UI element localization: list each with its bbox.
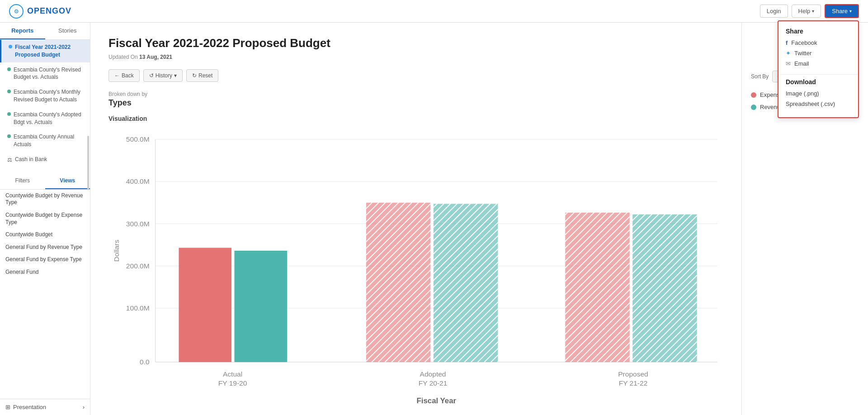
download-title: Download (786, 78, 851, 86)
bar-actual-revenues[interactable] (234, 251, 287, 362)
view-item-countywide-budget[interactable]: Countywide Budget (0, 229, 90, 241)
svg-text:Adopted: Adopted (420, 370, 446, 378)
reset-icon: ↻ (192, 72, 197, 79)
sidebar-item-adopted[interactable]: Escambia County's Adopted Bdgt vs. Actua… (0, 107, 90, 130)
sidebar-item-annual[interactable]: Escambia County Annual Actuals (0, 129, 90, 152)
svg-text:FY 21-22: FY 21-22 (619, 379, 648, 387)
history-icon: ↺ (149, 72, 154, 79)
svg-text:200.0M: 200.0M (126, 262, 150, 270)
back-icon: ← (114, 72, 120, 79)
login-button[interactable]: Login (760, 5, 788, 18)
visualization-label: Visualization (108, 115, 723, 122)
view-item-general-fund-expense[interactable]: General Fund by Expense Type (0, 253, 90, 266)
svg-text:300.0M: 300.0M (126, 220, 150, 228)
twitter-icon: ✦ (786, 50, 791, 57)
svg-text:Proposed: Proposed (618, 370, 648, 378)
reset-button[interactable]: ↻ Reset (186, 69, 218, 82)
help-chevron-icon: ▾ (812, 9, 814, 14)
sidebar-dot-icon (7, 67, 11, 71)
presentation-button[interactable]: ⊞ Presentation › (0, 399, 90, 415)
sidebar-nav-tabs: Reports Stories (0, 23, 90, 40)
bar-proposed-revenues[interactable] (632, 215, 697, 362)
sidebar-scrollbar (87, 136, 89, 190)
spreadsheet-download-item[interactable]: Spreadsheet (.csv) (786, 99, 851, 109)
sidebar-tab-reports[interactable]: Reports (0, 23, 45, 39)
sidebar-dot-icon (7, 90, 11, 93)
views-tab[interactable]: Views (45, 173, 90, 189)
share-button[interactable]: Share ▾ (825, 4, 859, 18)
email-icon: ✉ (786, 60, 791, 67)
filter-views-tabs: Filters Views (0, 173, 90, 190)
updated-text: Updated On 13 Aug, 2021 (108, 54, 723, 60)
svg-text:400.0M: 400.0M (126, 177, 150, 185)
sort-by-label: Sort By (751, 73, 769, 80)
svg-text:Actual: Actual (223, 370, 242, 378)
chart-svg: 500.0M 400.0M 300.0M 200.0M 100.0M 0.0 D… (108, 128, 723, 409)
sidebar-dot-icon (7, 134, 11, 138)
svg-text:Fiscal Year: Fiscal Year (417, 396, 457, 405)
share-dropdown: Share f Facebook ✦ Twitter ✉ Email Downl… (778, 20, 859, 118)
sidebar-item-revised[interactable]: Escambia County's Revised Budget vs. Act… (0, 62, 90, 85)
history-button[interactable]: ↺ History ▾ (143, 69, 183, 82)
chart-svg-wrapper: 500.0M 400.0M 300.0M 200.0M 100.0M 0.0 D… (108, 128, 723, 411)
svg-text:500.0M: 500.0M (126, 135, 150, 143)
revenues-legend-dot (751, 105, 756, 110)
broken-down-label: Broken down by (108, 91, 723, 97)
scales-icon: ⚖ (7, 156, 12, 164)
main-area: Reports Stories Fiscal Year 2021-2022 Pr… (0, 23, 868, 415)
sidebar-item-monthly[interactable]: Escambia County's Monthly Revised Budget… (0, 85, 90, 107)
sidebar-item-cash[interactable]: ⚖ Cash in Bank (0, 152, 90, 167)
sidebar-dot-icon (7, 112, 11, 116)
top-nav: Login Help ▾ Share ▾ (760, 4, 859, 18)
presentation-icon: ⊞ (5, 404, 10, 410)
logo-icon: ⊙ (9, 4, 24, 19)
download-section: Download Image (.png) Spreadsheet (.csv) (778, 76, 858, 113)
history-chevron-icon: ▾ (174, 72, 177, 79)
chart-area: 500.0M 400.0M 300.0M 200.0M 100.0M 0.0 D… (108, 128, 723, 411)
sidebar: Reports Stories Fiscal Year 2021-2022 Pr… (0, 23, 90, 415)
svg-text:FY 20-21: FY 20-21 (419, 379, 448, 387)
image-download-item[interactable]: Image (.png) (786, 88, 851, 99)
sidebar-tab-stories[interactable]: Stories (45, 23, 90, 39)
sidebar-dot-icon (9, 45, 12, 48)
bar-proposed-expenses[interactable] (565, 213, 629, 362)
expenses-legend-dot (751, 92, 756, 98)
main-content: Fiscal Year 2021-2022 Proposed Budget Up… (90, 23, 741, 415)
help-button[interactable]: Help ▾ (792, 5, 821, 18)
bar-actual-expenses[interactable] (179, 248, 231, 363)
divider (778, 74, 858, 75)
back-button[interactable]: ← Back (108, 69, 140, 82)
toolbar: ← Back ↺ History ▾ ↻ Reset (108, 69, 723, 82)
share-chevron-icon: ▾ (849, 9, 852, 14)
presentation-arrow-icon: › (83, 404, 85, 410)
bar-adopted-expenses[interactable] (366, 203, 430, 362)
bar-adopted-revenues[interactable] (434, 204, 498, 362)
app-container: ⊙ OPENGOV Login Help ▾ Share ▾ Share f F… (0, 0, 868, 415)
breakdown-type: Types (108, 98, 723, 108)
logo: ⊙ OPENGOV (9, 4, 71, 19)
sidebar-item-fy2021[interactable]: Fiscal Year 2021-2022 Proposed Budget (0, 40, 90, 62)
svg-text:0.0: 0.0 (140, 358, 150, 366)
share-section: Share f Facebook ✦ Twitter ✉ Email (778, 26, 858, 72)
share-dropdown-title: Share (786, 28, 851, 35)
filters-tab[interactable]: Filters (0, 173, 45, 189)
email-share-item[interactable]: ✉ Email (786, 58, 851, 69)
facebook-share-item[interactable]: f Facebook (786, 38, 851, 48)
view-item-countywide-expense[interactable]: Countywide Budget by Expense Type (0, 209, 90, 229)
logo-text: OPENGOV (27, 6, 71, 16)
sidebar-scroll: Fiscal Year 2021-2022 Proposed Budget Es… (0, 40, 90, 399)
svg-text:Dollars: Dollars (113, 240, 120, 262)
facebook-icon: f (786, 39, 788, 46)
view-item-countywide-revenue[interactable]: Countywide Budget by Revenue Type (0, 190, 90, 209)
page-title: Fiscal Year 2021-2022 Proposed Budget (108, 36, 723, 50)
svg-text:FY 19-20: FY 19-20 (218, 379, 247, 387)
svg-text:100.0M: 100.0M (126, 304, 150, 312)
twitter-share-item[interactable]: ✦ Twitter (786, 48, 851, 58)
top-bar: ⊙ OPENGOV Login Help ▾ Share ▾ Share f F… (0, 0, 868, 23)
view-item-general-fund[interactable]: General Fund (0, 266, 90, 279)
view-item-general-fund-revenue[interactable]: General Fund by Revenue Type (0, 241, 90, 254)
